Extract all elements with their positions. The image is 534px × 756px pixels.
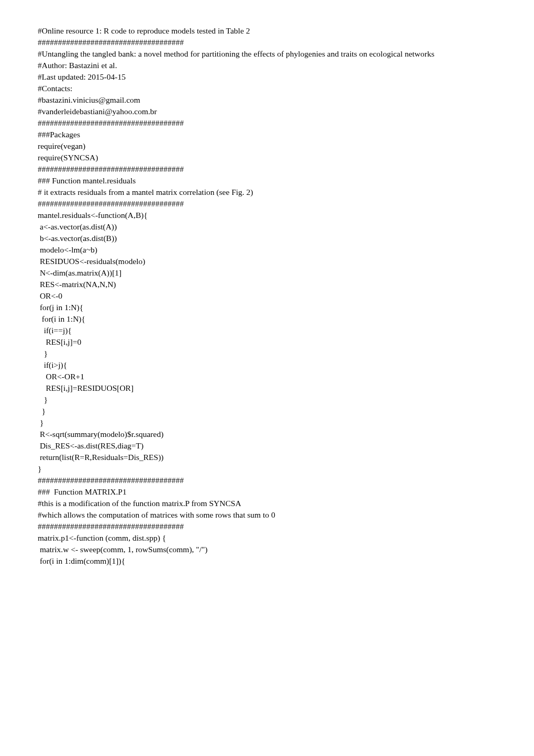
code-line: #Contacts: [38,83,496,94]
code-line: for(i in 1:dim(comm)[1]){ [38,555,496,567]
code-line: RES<-matrix(NA,N,N) [38,279,496,290]
code-line: for(j in 1:N){ [38,302,496,313]
code-line: require(SYNCSA) [38,152,496,163]
code-line: } [38,394,496,406]
code-line: require(vegan) [38,140,496,152]
code-line: # it extracts residuals from a mantel ma… [38,187,496,198]
code-line: #################################### [38,198,496,210]
code-line: #which allows the computation of matrice… [38,509,496,521]
code-line: #Last updated: 2015-04-15 [38,71,496,83]
code-line: #################################### [38,117,496,129]
code-line: #################################### [38,521,496,532]
code-line: a<-as.vector(as.dist(A)) [38,221,496,233]
code-line: ### Function MATRIX.P1 [38,486,496,498]
code-line: #################################### [38,163,496,175]
code-line: matrix.w <- sweep(comm, 1, rowSums(comm)… [38,544,496,555]
code-line: } [38,406,496,417]
code-line: #this is a modification of the function … [38,498,496,509]
code-line: for(i in 1:N){ [38,313,496,325]
code-line: b<-as.vector(as.dist(B)) [38,233,496,244]
code-line: OR<-OR+1 [38,371,496,382]
code-line: } [38,417,496,429]
code-line: Dis_RES<-as.dist(RES,diag=T) [38,440,496,452]
code-line: mantel.residuals<-function(A,B){ [38,210,496,221]
code-line: #Author: Bastazini et al. [38,60,496,71]
code-document: #Online resource 1: R code to reproduce … [38,25,496,567]
code-line: #Online resource 1: R code to reproduce … [38,25,496,37]
code-line: ###Packages [38,129,496,140]
code-line: if(i>j){ [38,359,496,371]
code-line: ### Function mantel.residuals [38,175,496,187]
code-line: matrix.p1<-function (comm, dist.spp) { [38,532,496,544]
code-line: N<-dim(as.matrix(A))[1] [38,267,496,279]
code-line: OR<-0 [38,290,496,302]
code-line: } [38,463,496,475]
code-line: RES[i,j]=RESIDUOS[OR] [38,382,496,394]
code-line: RESIDUOS<-residuals(modelo) [38,256,496,267]
code-line: if(i==j){ [38,325,496,336]
code-line: RES[i,j]=0 [38,336,496,348]
code-line: modelo<-lm(a~b) [38,244,496,256]
code-line: return(list(R=R,Residuals=Dis_RES)) [38,452,496,463]
code-line: #Untangling the tangled bank: a novel me… [38,48,496,60]
code-line: } [38,348,496,359]
code-line: #bastazini.vinicius@gmail.com [38,94,496,106]
code-line: R<-sqrt(summary(modelo)$r.squared) [38,429,496,440]
code-line: #################################### [38,475,496,486]
code-line: #################################### [38,37,496,48]
code-line: #vanderleidebastiani@yahoo.com.br [38,106,496,117]
